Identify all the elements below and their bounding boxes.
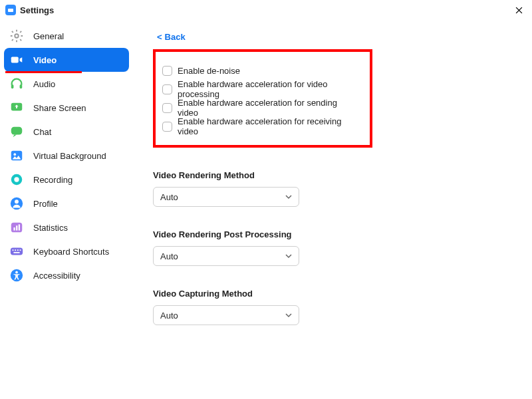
sidebar-item-statistics[interactable]: Statistics (4, 215, 129, 239)
settings-content: < Back Enable de-noise Enable hardware a… (133, 20, 532, 399)
svg-rect-21 (13, 252, 19, 253)
sidebar-item-share-screen[interactable]: Share Screen (4, 96, 129, 120)
sidebar-item-chat[interactable]: Chat (4, 120, 129, 144)
sidebar-item-label: Share Screen (33, 103, 86, 113)
sidebar-item-accessibility[interactable]: Accessibility (4, 263, 129, 287)
svg-rect-1 (11, 57, 19, 63)
checkbox-hwaccel-receiving[interactable] (162, 122, 172, 132)
svg-rect-15 (19, 224, 20, 230)
checkbox-label: Enable hardware acceleration for sending… (178, 98, 356, 118)
svg-point-23 (15, 271, 18, 274)
sidebar-item-video[interactable]: Video (4, 48, 129, 72)
chevron-down-icon (285, 251, 292, 261)
svg-rect-13 (13, 227, 15, 231)
close-button[interactable] (511, 2, 527, 18)
svg-rect-3 (20, 84, 23, 88)
sidebar-item-label: General (33, 31, 64, 41)
section-title-render-method: Video Rendering Method (153, 170, 512, 180)
checkbox-row-hwaccel-processing: Enable hardware acceleration for video p… (162, 80, 356, 98)
chevron-left-icon: < (157, 32, 162, 42)
back-label: Back (165, 32, 186, 42)
section-title-capturing-method: Video Capturing Method (153, 289, 512, 299)
video-icon (9, 53, 24, 67)
select-capturing-method[interactable]: Auto (153, 305, 299, 325)
chevron-down-icon (285, 311, 292, 321)
section-title-post-processing: Video Rendering Post Processing (153, 229, 512, 239)
checkbox-hwaccel-processing[interactable] (162, 84, 172, 94)
sidebar-item-profile[interactable]: Profile (4, 192, 129, 215)
checkbox-row-denoise: Enable de-noise (162, 61, 356, 80)
svg-rect-20 (20, 249, 21, 251)
svg-point-9 (14, 177, 19, 182)
recording-icon (9, 172, 24, 187)
sidebar-item-label: Statistics (33, 223, 68, 233)
sidebar-item-general[interactable]: General (4, 24, 129, 48)
select-render-method[interactable]: Auto (153, 187, 299, 207)
profile-icon (9, 196, 24, 211)
sidebar-item-label: Profile (33, 199, 58, 209)
virtual-background-icon (9, 148, 24, 163)
gear-icon (9, 29, 24, 43)
checkbox-enable-denoise[interactable] (162, 66, 172, 76)
svg-rect-18 (15, 249, 16, 251)
annotation-highlight-box: Enable de-noise Enable hardware accelera… (153, 49, 372, 148)
svg-point-0 (15, 34, 19, 38)
sidebar-item-label: Keyboard Shortcuts (33, 247, 109, 257)
keyboard-icon (9, 244, 24, 259)
sidebar-item-label: Virtual Background (33, 151, 106, 161)
svg-rect-19 (17, 249, 19, 251)
sidebar-item-recording[interactable]: Recording (4, 168, 129, 192)
select-post-processing[interactable]: Auto (153, 246, 299, 266)
sidebar-item-label: Accessibility (33, 271, 80, 281)
svg-rect-16 (11, 248, 23, 255)
svg-rect-2 (11, 84, 14, 88)
checkbox-label: Enable hardware acceleration for receivi… (178, 116, 356, 136)
checkbox-label: Enable de-noise (178, 66, 240, 76)
accessibility-icon (9, 268, 24, 283)
svg-rect-5 (11, 127, 23, 135)
titlebar: Settings (0, 0, 532, 20)
sidebar-item-audio[interactable]: Audio (4, 72, 129, 96)
window-title: Settings (20, 5, 54, 15)
svg-point-11 (15, 200, 19, 203)
share-screen-icon (9, 100, 24, 115)
sidebar-item-label: Chat (33, 127, 51, 137)
checkbox-row-hwaccel-receiving: Enable hardware acceleration for receivi… (162, 117, 356, 136)
svg-rect-17 (13, 249, 14, 251)
settings-sidebar: General Video Audio Share Screen (0, 20, 133, 399)
checkbox-hwaccel-sending[interactable] (162, 103, 172, 113)
sidebar-item-label: Audio (33, 79, 55, 89)
checkbox-row-hwaccel-sending: Enable hardware acceleration for sending… (162, 98, 356, 117)
app-icon (5, 5, 16, 15)
back-link[interactable]: < Back (157, 32, 186, 42)
checkbox-label: Enable hardware acceleration for video p… (178, 79, 356, 99)
svg-rect-14 (16, 225, 17, 230)
sidebar-item-label: Recording (33, 175, 72, 185)
statistics-icon (9, 220, 24, 235)
chat-icon (9, 124, 24, 139)
headphones-icon (9, 76, 24, 91)
sidebar-item-label: Video (33, 55, 57, 65)
chevron-down-icon (285, 192, 292, 202)
svg-point-7 (13, 153, 16, 156)
sidebar-item-virtual-background[interactable]: Virtual Background (4, 144, 129, 168)
close-icon (515, 7, 523, 14)
select-value: Auto (160, 251, 178, 261)
sidebar-item-keyboard-shortcuts[interactable]: Keyboard Shortcuts (4, 239, 129, 263)
select-value: Auto (160, 192, 178, 202)
select-value: Auto (160, 311, 178, 321)
